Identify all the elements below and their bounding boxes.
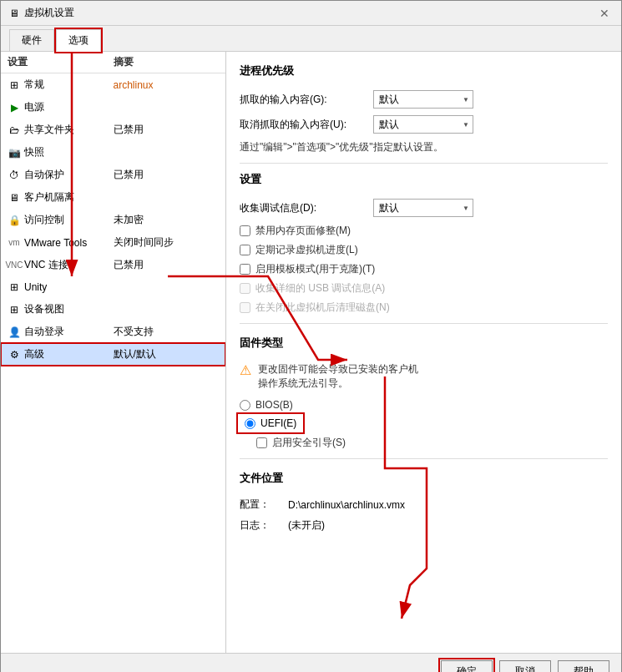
setting-name-vmware-tools: VMware Tools [24,237,87,249]
ungrab-value: 默认 [379,118,399,132]
firmware-warning-text: 更改固件可能会导致已安装的客户机操作系统无法引导。 [258,362,418,391]
main-content: 设置 摘要 ⊞ 常规 archlinux ▶ 电源 🗁 [1,52,621,653]
right-panel: 进程优先级 抓取的输入内容(G): 默认 取消抓取的输入内容(U): 默认 通过… [226,52,621,653]
secure-boot-label: 启用安全引导(S) [272,436,346,450]
checkbox-usb: 收集详细的 USB 调试信息(A) [240,281,608,296]
collect-debug-label: 收集调试信息(D): [240,201,365,215]
config-label: 配置： [240,498,281,512]
setting-value-advanced: 默认/默认 [114,347,220,361]
checkbox-template-input[interactable] [240,264,250,275]
bios-radio-row: BIOS(B) [240,399,608,411]
collect-debug-dropdown[interactable]: 默认 [373,199,473,217]
setting-item-general[interactable]: ⊞ 常规 archlinux [1,73,225,96]
checkbox-memory-label: 禁用内存页面修整(M) [255,224,351,238]
grab-dropdown[interactable]: 默认 [373,90,473,109]
log-row: 日志： (未开启) [240,518,608,533]
unity-icon: ⊞ [8,280,21,294]
col-summary: 摘要 [114,55,220,69]
grab-row: 抓取的输入内容(G): 默认 [240,90,608,109]
close-button[interactable]: ✕ [596,7,613,20]
vmware-tools-icon: vm [8,236,21,250]
setting-item-auto-login[interactable]: 👤 自动登录 不受支持 [1,321,225,343]
power-icon: ▶ [8,101,21,114]
title-bar: 🖥 虚拟机设置 ✕ [1,1,621,26]
setting-item-vmware-tools[interactable]: vm VMware Tools 关闭时间同步 [1,231,225,254]
setting-name-power: 电源 [24,100,44,114]
divider-1 [240,163,608,164]
setting-item-advanced[interactable]: ⚙ 高级 默认/默认 [1,343,225,366]
setting-item-shared-folders[interactable]: 🗁 共享文件夹 已禁用 [1,119,225,141]
setting-value-access-control: 未加密 [114,213,220,227]
setting-name-guest-isolation: 客户机隔离 [24,190,74,205]
help-button[interactable]: 帮助 [558,660,609,672]
log-label: 日志： [240,518,281,533]
secure-boot-checkbox[interactable] [256,437,267,448]
ungrab-dropdown[interactable]: 默认 [373,115,473,134]
firmware-warning: ⚠ 更改固件可能会导致已安装的客户机操作系统无法引导。 [240,362,608,391]
setting-item-unity[interactable]: ⊞ Unity [1,276,225,298]
setting-item-power[interactable]: ▶ 电源 [1,96,225,119]
checkbox-log-label: 定期记录虚拟机进度(L) [255,243,358,257]
setting-name-general: 常规 [24,78,44,92]
setting-item-vnc[interactable]: VNC VNC 连接 已禁用 [1,254,225,276]
checkbox-memory: 禁用内存页面修整(M) [240,224,608,238]
setting-name-vnc: VNC 连接 [24,258,68,272]
process-priority-title: 进程优先级 [240,63,608,82]
setting-item-auto-protect[interactable]: ⏱ 自动保护 已禁用 [1,164,225,186]
setting-name-snapshot: 快照 [24,145,44,159]
divider-2 [240,323,608,324]
cancel-button[interactable]: 取消 [499,660,551,672]
uefi-radio-row: UEFI(E) [240,416,301,431]
setting-name-access-control: 访问控制 [24,213,64,227]
ungrab-label: 取消抓取的输入内容(U): [240,118,365,132]
checkbox-template-label: 启用模板模式(用于克隆)(T) [255,262,375,276]
settings-title: 设置 [240,172,608,190]
vnc-icon: VNC [8,259,21,272]
file-location-title: 文件位置 [240,471,608,489]
setting-name-unity: Unity [24,281,47,293]
config-row: 配置： D:\archlinux\archlinux.vmx [240,498,608,512]
col-settings: 设置 [8,55,114,69]
tab-options[interactable]: 选项 [56,29,101,52]
setting-name-shared-folders: 共享文件夹 [24,123,74,137]
setting-value-auto-login: 不受支持 [114,325,220,339]
checkbox-cleanup: 在关闭此虚拟机后清理磁盘(N) [240,301,608,315]
setting-value-auto-protect: 已禁用 [114,168,220,182]
general-icon: ⊞ [8,78,21,92]
log-value: (未开启) [288,518,325,533]
ok-button[interactable]: 确定 [441,660,493,672]
access-control-icon: 🔒 [8,214,21,227]
left-panel: 设置 摘要 ⊞ 常规 archlinux ▶ 电源 🗁 [1,52,226,653]
checkbox-log: 定期记录虚拟机进度(L) [240,243,608,257]
dialog-title: 虚拟机设置 [24,6,74,20]
shared-folders-icon: 🗁 [8,124,21,137]
warning-icon: ⚠ [240,362,251,378]
device-view-icon: ⊞ [8,303,21,316]
file-section: 文件位置 配置： D:\archlinux\archlinux.vmx 日志： … [240,471,608,533]
checkbox-usb-label: 收集详细的 USB 调试信息(A) [255,281,385,296]
uefi-radio[interactable] [245,418,255,429]
auto-login-icon: 👤 [8,326,21,339]
setting-value-general: archlinux [114,79,220,91]
guest-isolation-icon: 🖥 [8,191,21,205]
checkbox-memory-input[interactable] [240,225,250,236]
secure-boot-row: 启用安全引导(S) [256,436,608,450]
setting-item-snapshot[interactable]: 📷 快照 [1,141,225,164]
footer: 确定 取消 帮助 CSDN @kurolsky [1,653,621,672]
setting-item-guest-isolation[interactable]: 🖥 客户机隔离 [1,186,225,209]
bios-radio[interactable] [240,400,250,411]
advanced-icon: ⚙ [8,348,21,361]
checkbox-cleanup-input [240,302,250,313]
left-header: 设置 摘要 [1,52,225,73]
checkbox-usb-input [240,283,250,294]
setting-value-vnc: 已禁用 [114,258,220,272]
setting-item-device-view[interactable]: ⊞ 设备视图 [1,298,225,321]
title-icon: 🖥 [9,8,19,19]
tab-hardware[interactable]: 硬件 [9,29,54,51]
checkbox-log-input[interactable] [240,245,250,255]
ungrab-row: 取消抓取的输入内容(U): 默认 [240,115,608,134]
setting-item-access-control[interactable]: 🔒 访问控制 未加密 [1,209,225,231]
setting-name-advanced: 高级 [24,347,44,361]
setting-name-auto-login: 自动登录 [24,325,64,339]
setting-value-shared-folders: 已禁用 [114,123,220,137]
